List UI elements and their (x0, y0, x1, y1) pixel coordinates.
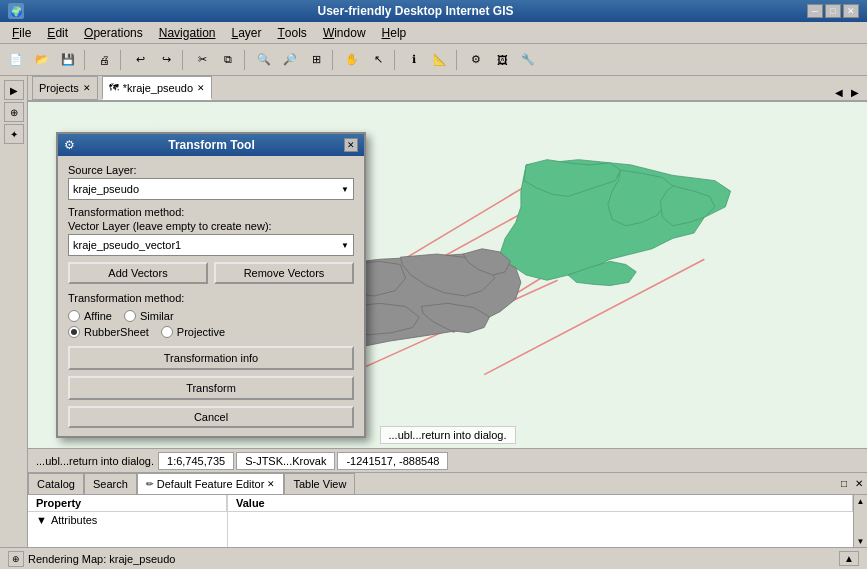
zoom-fit-button[interactable]: ⊞ (304, 48, 328, 72)
transformation-info-button[interactable]: Transformation info (68, 346, 354, 370)
bottom-panel-restore[interactable]: □ (837, 473, 851, 494)
scroll-bar-vertical[interactable]: ▲ ▼ (853, 495, 867, 547)
render-status-bar: ⊕ Rendering Map: kraje_pseudo ▲ (0, 547, 867, 569)
radio-row-2: RubberSheet Projective (68, 326, 354, 338)
radio-similar-button[interactable] (124, 310, 136, 322)
tab-search[interactable]: Search (84, 473, 137, 494)
radio-affine-label: Affine (84, 310, 112, 322)
scale-segment: 1:6,745,735 (158, 452, 234, 470)
tab-catalog[interactable]: Catalog (28, 473, 84, 494)
source-layer-label: Source Layer: (68, 164, 354, 176)
source-layer-value: kraje_pseudo (73, 183, 139, 195)
left-sidebar: ▶ ⊕ ✦ (0, 76, 28, 547)
zoom-in-button[interactable]: 🔍 (252, 48, 276, 72)
value-col: Value (228, 495, 853, 547)
tab-map[interactable]: 🗺 *kraje_pseudo ✕ (102, 76, 212, 100)
bottom-content: Property ▼ Attributes Value ▲ ▼ (28, 495, 867, 547)
tab-feature-editor[interactable]: ✏ Default Feature Editor ✕ (137, 473, 285, 494)
cancel-button[interactable]: Cancel (68, 406, 354, 428)
plugin-button[interactable]: 🔧 (516, 48, 540, 72)
scroll-up-icon[interactable]: ▲ (855, 495, 867, 508)
radio-similar-label: Similar (140, 310, 174, 322)
dialog-title-bar: ⚙ Transform Tool ✕ (58, 134, 364, 156)
undo-button[interactable]: ↩ (128, 48, 152, 72)
status-expand-button[interactable]: ▲ (839, 551, 859, 566)
vector-layer-arrow-icon: ▼ (341, 241, 349, 250)
menu-help[interactable]: Help (374, 22, 415, 43)
tab-scroll-left[interactable]: ◀ (831, 85, 847, 100)
redo-button[interactable]: ↪ (154, 48, 178, 72)
bottom-tab-spacer (355, 473, 837, 494)
radio-projective-label: Projective (177, 326, 225, 338)
vector-layer-label: Vector Layer (leave empty to create new)… (68, 220, 354, 232)
scroll-down-icon[interactable]: ▼ (855, 535, 867, 547)
maximize-button[interactable]: □ (825, 4, 841, 18)
tab-map-close[interactable]: ✕ (197, 83, 205, 93)
info-button[interactable]: ℹ (402, 48, 426, 72)
measure-button[interactable]: 📐 (428, 48, 452, 72)
status-bar: ...ubl...return into dialog. 1:6,745,735… (28, 448, 867, 472)
radio-projective-item: Projective (161, 326, 225, 338)
coordinates-value: -1241517, -888548 (346, 455, 439, 467)
minimize-button[interactable]: ─ (807, 4, 823, 18)
transformation-method-group: Transformation method: Vector Layer (lea… (68, 206, 354, 256)
main-window: 🌍 User-friendly Desktop Internet GIS ─ □… (0, 0, 867, 569)
tab-scroll-right[interactable]: ▶ (847, 85, 863, 100)
tab-projects-close[interactable]: ✕ (83, 83, 91, 93)
attributes-label: Attributes (51, 514, 97, 526)
tab-feature-editor-close[interactable]: ✕ (267, 479, 275, 489)
copy-button[interactable]: ⧉ (216, 48, 240, 72)
left-tool-1[interactable]: ▶ (4, 80, 24, 100)
radio-affine-item: Affine (68, 310, 112, 322)
tab-table-view-label: Table View (293, 478, 346, 490)
status-return-msg: ...ubl...return into dialog. (32, 455, 158, 467)
new-button[interactable]: 📄 (4, 48, 28, 72)
menu-edit[interactable]: Edit (39, 22, 76, 43)
menu-layer[interactable]: Layer (223, 22, 269, 43)
attributes-expand-icon: ▼ (36, 514, 47, 526)
cut-button[interactable]: ✂ (190, 48, 214, 72)
print-button[interactable]: 🖨 (92, 48, 116, 72)
tab-table-view[interactable]: Table View (284, 473, 355, 494)
map-container[interactable]: ...ubl...return into dialog. ⚙ Transform… (28, 102, 867, 448)
map-status-msg: ...ubl...return into dialog. (379, 426, 515, 444)
vector-layer-value: kraje_pseudo_vector1 (73, 239, 181, 251)
render-status-text: Rendering Map: kraje_pseudo (28, 553, 175, 565)
left-tool-2[interactable]: ⊕ (4, 102, 24, 122)
separator-5 (332, 50, 336, 70)
save-button[interactable]: 💾 (56, 48, 80, 72)
radio-rubbersheet-item: RubberSheet (68, 326, 149, 338)
bottom-panel-close[interactable]: ✕ (851, 473, 867, 494)
left-tool-3[interactable]: ✦ (4, 124, 24, 144)
menu-window[interactable]: Window (315, 22, 374, 43)
vector-layer-select[interactable]: kraje_pseudo_vector1 ▼ (68, 234, 354, 256)
add-vectors-button[interactable]: Add Vectors (68, 262, 208, 284)
menu-file[interactable]: File (4, 22, 39, 43)
select-button[interactable]: ↖ (366, 48, 390, 72)
attributes-row: ▼ Attributes (28, 512, 227, 528)
tab-feature-editor-label: Default Feature Editor (157, 478, 265, 490)
remove-vectors-button[interactable]: Remove Vectors (214, 262, 354, 284)
pan-button[interactable]: ✋ (340, 48, 364, 72)
radio-projective-button[interactable] (161, 326, 173, 338)
source-layer-group: Source Layer: kraje_pseudo ▼ (68, 164, 354, 200)
tab-map-icon: 🗺 (109, 82, 119, 93)
coordinates-segment: -1241517, -888548 (337, 452, 448, 470)
scale-value: 1:6,745,735 (167, 455, 225, 467)
open-button[interactable]: 📂 (30, 48, 54, 72)
menu-operations[interactable]: Operations (76, 22, 151, 43)
zoom-out-button[interactable]: 🔎 (278, 48, 302, 72)
tab-search-label: Search (93, 478, 128, 490)
menu-tools[interactable]: Tools (270, 22, 315, 43)
radio-rubbersheet-button[interactable] (68, 326, 80, 338)
separator-1 (84, 50, 88, 70)
dialog-close-button[interactable]: ✕ (344, 138, 358, 152)
settings-button[interactable]: ⚙ (464, 48, 488, 72)
radio-affine-button[interactable] (68, 310, 80, 322)
extra-button[interactable]: 🖼 (490, 48, 514, 72)
source-layer-select[interactable]: kraje_pseudo ▼ (68, 178, 354, 200)
transform-button[interactable]: Transform (68, 376, 354, 400)
close-button[interactable]: ✕ (843, 4, 859, 18)
tab-projects[interactable]: Projects ✕ (32, 76, 98, 100)
menu-navigation[interactable]: Navigation (151, 22, 224, 43)
